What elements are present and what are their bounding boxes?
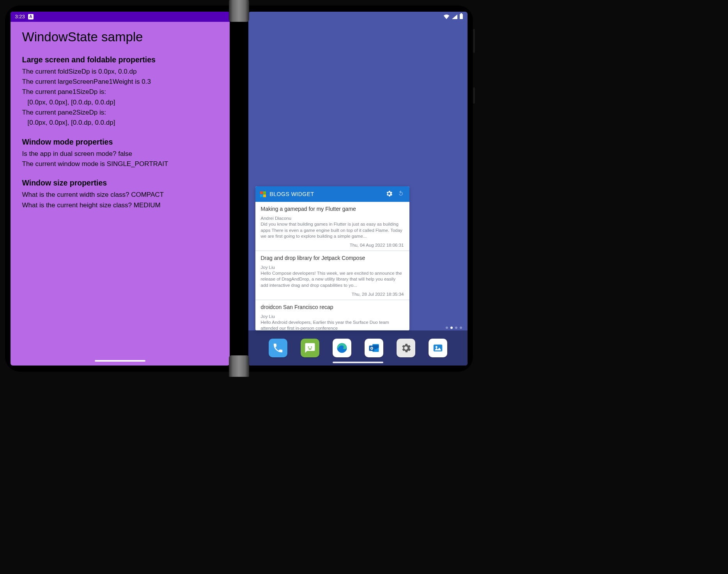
app-edge[interactable] (333, 339, 351, 357)
svg-point-1 (311, 346, 312, 347)
post-author: Joy Liu (261, 314, 404, 319)
app-messages[interactable] (301, 339, 319, 357)
post-title: Drag and drop library for Jetpack Compos… (261, 255, 404, 261)
widget-header: BLOGS WIDGET (255, 186, 409, 202)
post-body: Hello Android developers, Earlier this y… (261, 320, 404, 330)
volume-button[interactable] (473, 87, 475, 104)
hinge-bottom (229, 355, 249, 377)
widget-post[interactable]: Drag and drop library for Jetpack Compos… (255, 251, 409, 300)
outlook-icon (368, 342, 380, 354)
right-screen: BLOGS WIDGET Making a gamepad for my Flu… (248, 12, 468, 366)
post-body: Did you know that building games in Flut… (261, 221, 404, 240)
status-bar-right (248, 12, 468, 22)
left-screen: 3:23 A WindowState sample Large screen a… (11, 12, 230, 366)
signal-icon (452, 14, 457, 19)
app-content: WindowState sample Large screen and fold… (11, 22, 230, 366)
section-heading-windowsize: Window size properties (22, 178, 218, 187)
page-dot[interactable] (446, 327, 448, 329)
widget-title: BLOGS WIDGET (270, 191, 314, 197)
post-author: Joy Liu (261, 265, 404, 270)
prop-dualscreen: Is the app in dual screen mode? false (22, 149, 218, 159)
gear-icon (400, 342, 412, 354)
photos-icon (432, 342, 444, 354)
prop-pane1size-value: [0.0px, 0.0px], [0.0.dp, 0.0.dp] (22, 97, 218, 108)
post-body: Hello Compose developers! This week, we … (261, 270, 404, 289)
refresh-icon (397, 190, 405, 198)
blogs-widget[interactable]: BLOGS WIDGET Making a gamepad for my Flu… (255, 186, 409, 330)
hinge-top (229, 0, 249, 22)
battery-icon (460, 14, 463, 19)
power-button[interactable] (473, 29, 475, 53)
prop-pane1weight: The current largeScreenPane1Weight is 0.… (22, 77, 218, 87)
post-date: Thu, 04 Aug 2022 18:06:31 (261, 243, 404, 247)
prop-pane2size-label: The current pane2SizeDp is: (22, 108, 218, 118)
prop-windowmode: The current window mode is SINGLE_PORTRA… (22, 159, 218, 169)
prop-heightclass: What is the current height size class? M… (22, 200, 218, 210)
nav-handle-right[interactable] (333, 362, 383, 363)
widget-settings-button[interactable] (385, 190, 393, 199)
prop-pane1size-label: The current pane1SizeDp is: (22, 87, 218, 97)
clock: 3:23 (15, 14, 25, 19)
post-author: Andrei Diaconu (261, 216, 404, 221)
launcher-area[interactable]: BLOGS WIDGET Making a gamepad for my Flu… (248, 22, 468, 330)
widget-post[interactable]: Making a gamepad for my Flutter game And… (255, 202, 409, 251)
page-title: WindowState sample (22, 30, 218, 44)
post-date: Thu, 28 Jul 2022 18:35:34 (261, 292, 404, 297)
wifi-icon (443, 14, 450, 19)
post-title: droidcon San Francisco recap (261, 304, 404, 310)
device-frame: 3:23 A WindowState sample Large screen a… (5, 5, 473, 372)
prop-foldsize: The current foldSizeDp is 0.0px, 0.0.dp (22, 67, 218, 77)
section-heading-foldable: Large screen and foldable properties (22, 55, 218, 64)
phone-icon (272, 342, 284, 354)
dock (248, 330, 468, 366)
nav-handle-left[interactable] (95, 360, 145, 362)
widget-refresh-button[interactable] (397, 190, 405, 199)
app-outlook[interactable] (365, 339, 383, 357)
page-dot[interactable] (455, 327, 457, 329)
prop-widthclass: What is the current width size class? CO… (22, 190, 218, 200)
page-dot[interactable] (460, 327, 462, 329)
prop-pane2size-value: [0.0px, 0.0px], [0.0.dp, 0.0.dp] (22, 118, 218, 128)
microsoft-logo-icon (260, 191, 266, 197)
edge-icon (336, 342, 348, 354)
app-settings[interactable] (397, 339, 415, 357)
gear-icon (385, 190, 393, 198)
svg-point-8 (435, 346, 437, 348)
app-phone[interactable] (269, 339, 287, 357)
page-indicator[interactable] (446, 327, 462, 329)
status-bar-left: 3:23 A (11, 12, 230, 22)
keyboard-icon: A (28, 14, 34, 19)
svg-point-6 (371, 347, 372, 349)
page-dot[interactable] (450, 327, 453, 329)
section-heading-windowmode: Window mode properties (22, 138, 218, 147)
message-icon (304, 342, 316, 354)
app-photos[interactable] (429, 339, 447, 357)
widget-post[interactable]: droidcon San Francisco recap Joy Liu Hel… (255, 300, 409, 330)
post-title: Making a gamepad for my Flutter game (261, 206, 404, 212)
svg-point-0 (308, 346, 309, 347)
